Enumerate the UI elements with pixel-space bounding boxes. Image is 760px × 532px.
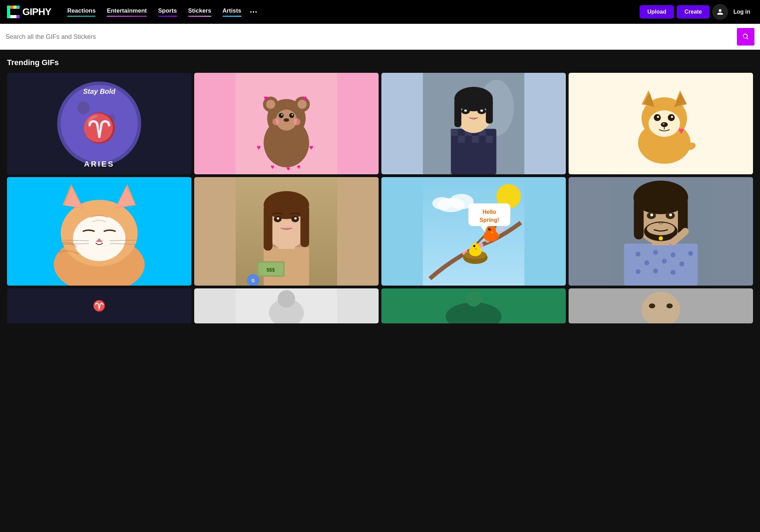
svg-rect-143 (634, 197, 644, 239)
svg-text:♥: ♥ (257, 144, 261, 151)
svg-text:Stay Bold: Stay Bold (83, 88, 115, 95)
search-input[interactable] (6, 33, 737, 41)
nav-more-button[interactable]: ⋯ (247, 6, 260, 18)
nav-item-stickers[interactable]: Stickers (183, 7, 217, 18)
svg-point-27 (284, 118, 289, 122)
svg-rect-0 (7, 6, 10, 18)
svg-text:$$$: $$$ (267, 267, 275, 273)
svg-text:♥: ♥ (302, 94, 307, 103)
svg-point-163 (667, 303, 673, 308)
svg-point-130 (636, 252, 641, 257)
gif-item-r3c2[interactable] (194, 288, 379, 323)
gif-grid: ♈ Stay Bold ARIES (7, 73, 753, 323)
svg-rect-4 (16, 15, 20, 18)
user-icon-button[interactable] (712, 4, 728, 20)
svg-point-138 (653, 268, 658, 273)
svg-rect-3 (16, 6, 20, 9)
svg-rect-49 (455, 99, 462, 127)
gif-item-r3c4[interactable] (569, 288, 753, 323)
gif-r3c1-art: ♈ (7, 288, 191, 323)
svg-point-134 (645, 260, 649, 265)
giphy-logo-icon (7, 6, 20, 18)
svg-point-133 (688, 251, 693, 256)
svg-text:♥: ♥ (264, 94, 268, 103)
gif-r1c4-art: ♥ (569, 73, 753, 174)
svg-text:♈: ♈ (93, 300, 106, 312)
svg-text:♈: ♈ (82, 111, 117, 145)
svg-point-54 (480, 110, 483, 112)
svg-text:♥: ♥ (309, 144, 314, 151)
svg-point-28 (273, 118, 280, 125)
svg-point-24 (289, 113, 294, 118)
create-button[interactable]: Create (677, 5, 710, 19)
svg-point-162 (649, 303, 655, 308)
artists-underline (223, 16, 241, 17)
stickers-underline (188, 16, 211, 17)
logo-text: GIPHY (22, 6, 51, 18)
svg-point-66 (671, 116, 673, 118)
svg-point-115 (471, 243, 480, 251)
sports-underline (158, 16, 177, 17)
svg-rect-45 (486, 136, 493, 143)
upload-button[interactable]: Upload (640, 5, 674, 19)
navbar: GIPHY Reactions Entertainment Sports Sti… (0, 0, 760, 24)
gif-item-r2c3[interactable]: Hello Spring! (381, 177, 566, 286)
svg-point-146 (647, 223, 675, 235)
svg-point-150 (669, 214, 672, 216)
gif-r3c2-art (194, 288, 379, 323)
gif-item-r3c3[interactable] (381, 288, 566, 323)
svg-rect-44 (472, 136, 479, 143)
nav-item-entertainment[interactable]: Entertainment (101, 7, 152, 18)
gif-r3c3-art (381, 288, 566, 323)
gif-item-r1c1[interactable]: ♈ Stay Bold ARIES (7, 73, 191, 174)
gif-item-r2c1[interactable] (7, 177, 191, 286)
gif-item-r1c2[interactable]: ♥ ♥ ♥ ♥ ♥ ♥ ♥ (194, 73, 379, 174)
nav-item-artists[interactable]: Artists (217, 7, 247, 18)
svg-point-95 (294, 217, 297, 219)
gif-item-r2c4[interactable] (569, 177, 753, 286)
svg-text:Hello: Hello (483, 209, 496, 215)
svg-text:Spring!: Spring! (480, 217, 499, 223)
svg-point-26 (292, 114, 293, 115)
gif-r1c2-art: ♥ ♥ ♥ ♥ ♥ ♥ ♥ (194, 73, 379, 174)
logo-link[interactable]: GIPHY (7, 6, 51, 18)
svg-point-121 (490, 229, 491, 230)
search-bar (0, 24, 760, 50)
nav-links: Reactions Entertainment Sports Stickers … (62, 6, 640, 18)
svg-rect-1 (10, 6, 13, 9)
gif-r3c4-art (569, 288, 753, 323)
svg-text:♥: ♥ (287, 165, 290, 172)
svg-text:♥: ♥ (678, 125, 684, 136)
main-content: Trending GIFs ♈ Stay Bold ARIES (0, 50, 760, 332)
search-icon (742, 33, 750, 41)
svg-point-137 (636, 269, 641, 274)
entertainment-underline (107, 16, 147, 17)
gif-r1c1-art: ♈ Stay Bold ARIES (7, 73, 191, 174)
svg-text:G: G (252, 278, 255, 283)
svg-point-119 (486, 225, 496, 235)
gif-item-r1c3[interactable] (381, 73, 566, 174)
svg-point-156 (278, 290, 295, 308)
gif-item-r3c1[interactable]: ♈ (7, 288, 191, 323)
gif-r2c2-art: $$$ G (194, 177, 379, 286)
search-button[interactable] (737, 28, 754, 46)
nav-item-sports[interactable]: Sports (153, 7, 183, 18)
gif-r2c1-art (7, 177, 191, 286)
svg-point-111 (500, 227, 504, 231)
svg-rect-91 (301, 205, 309, 247)
svg-point-159 (466, 291, 481, 307)
gif-r2c3-art: Hello Spring! (381, 177, 566, 286)
gif-item-r1c4[interactable]: ♥ (569, 73, 753, 174)
svg-point-135 (662, 259, 667, 264)
gif-r1c3-art (381, 73, 566, 174)
svg-point-23 (279, 113, 284, 118)
gif-item-r2c2[interactable]: $$$ G (194, 177, 379, 286)
nav-buttons: Upload Create Log in (640, 4, 753, 20)
svg-point-139 (671, 270, 676, 275)
svg-point-67 (661, 122, 668, 127)
svg-rect-90 (264, 205, 273, 251)
login-button[interactable]: Log in (731, 9, 753, 15)
svg-point-25 (281, 114, 283, 115)
svg-point-68 (663, 123, 665, 125)
nav-item-reactions[interactable]: Reactions (62, 7, 101, 18)
